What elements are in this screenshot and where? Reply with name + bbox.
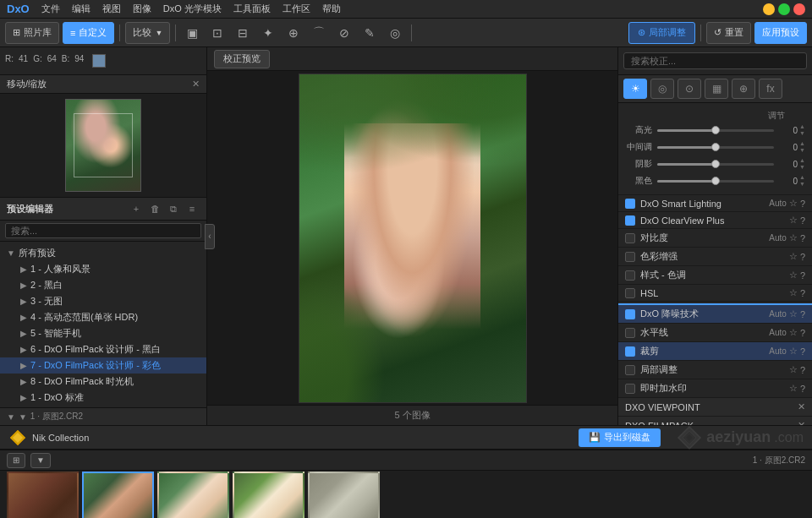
tab-detail[interactable]: ⊙ bbox=[678, 79, 701, 99]
export-button[interactable]: 💾 导出到磁盘 bbox=[579, 428, 661, 447]
denoise-star[interactable]: ☆ bbox=[789, 308, 798, 319]
filmstrip-sort-button[interactable]: ⊞ bbox=[7, 453, 25, 468]
crop-star[interactable]: ☆ bbox=[789, 346, 798, 357]
tab-watermark[interactable]: ⊕ bbox=[732, 79, 755, 99]
status-dropdown-icon[interactable]: ▼ bbox=[7, 412, 15, 422]
tab-fx[interactable]: fx bbox=[759, 79, 782, 99]
correction-preview-button[interactable]: 校正预览 bbox=[214, 50, 270, 68]
menu-optics[interactable]: DxO 光学模块 bbox=[158, 2, 227, 16]
presets-copy-button[interactable]: ⧉ bbox=[166, 201, 181, 216]
group-2[interactable]: ▶ 2 - 黑白 bbox=[0, 277, 206, 293]
horizon-star[interactable]: ☆ bbox=[789, 327, 798, 338]
apply-preset-button[interactable]: 应用预设 bbox=[754, 22, 807, 44]
frame-icon-button[interactable]: ▣ bbox=[181, 22, 203, 44]
group-4[interactable]: ▶ 4 - 高动态范围(单张 HDR) bbox=[0, 309, 206, 325]
menu-workspace[interactable]: 工作区 bbox=[277, 2, 315, 16]
close-button[interactable] bbox=[793, 3, 805, 15]
color-boost-star[interactable]: ☆ bbox=[789, 251, 798, 262]
group-7[interactable]: ▶ 7 - DxO FilmPack 设计师 - 彩色 bbox=[0, 357, 206, 374]
hsl-checkbox[interactable] bbox=[625, 288, 635, 298]
horizon-checkbox[interactable] bbox=[625, 328, 635, 338]
denoise-row[interactable]: DxO 降噪技术 Auto ☆ ? bbox=[618, 305, 812, 324]
perspective-icon-button[interactable]: ⊟ bbox=[232, 22, 254, 44]
hsl-star[interactable]: ☆ bbox=[789, 287, 798, 298]
crop-help[interactable]: ? bbox=[800, 346, 805, 357]
smart-lighting-row[interactable]: DxO Smart Lighting Auto ☆ ? bbox=[618, 195, 812, 212]
viewpoint-close-button[interactable]: ✕ bbox=[798, 401, 805, 412]
filmstrip-filter-button[interactable]: ▼ bbox=[30, 453, 51, 468]
all-presets-group[interactable]: ▼ 所有预设 bbox=[0, 245, 206, 261]
local-adjust-button[interactable]: ⊛ 局部调整 bbox=[628, 22, 695, 44]
menu-tools[interactable]: 工具面板 bbox=[228, 2, 276, 16]
shadows-thumb[interactable] bbox=[711, 160, 720, 168]
clearview-star[interactable]: ☆ bbox=[789, 215, 798, 226]
local-adjust-row[interactable]: 局部调整 ☆ ? bbox=[618, 361, 812, 379]
color-boost-checkbox[interactable] bbox=[625, 252, 635, 262]
brush-icon-button[interactable]: ✎ bbox=[359, 22, 381, 44]
horizon-help[interactable]: ? bbox=[800, 328, 805, 338]
customize-button[interactable]: ≡ 自定义 bbox=[63, 22, 114, 44]
preview-area[interactable] bbox=[207, 71, 617, 405]
preset-search-input[interactable] bbox=[5, 223, 201, 238]
watermark-checkbox[interactable] bbox=[625, 384, 635, 394]
film-item-4[interactable]: 原图4.CR2 bbox=[233, 472, 304, 518]
collapse-panel-button[interactable]: ‹ bbox=[205, 224, 215, 249]
presets-add-button[interactable]: + bbox=[129, 201, 144, 216]
film-thumbnail-2[interactable] bbox=[82, 472, 154, 518]
denoise-checkbox[interactable] bbox=[625, 309, 635, 319]
crop-checkbox[interactable] bbox=[625, 346, 635, 357]
menu-file[interactable]: 文件 bbox=[36, 2, 65, 16]
contrast-checkbox[interactable] bbox=[625, 233, 635, 243]
film-thumbnail-4[interactable] bbox=[233, 472, 304, 518]
smart-lighting-help[interactable]: ? bbox=[800, 199, 805, 209]
film-thumbnail-5[interactable] bbox=[308, 472, 380, 518]
presets-more-button[interactable]: ≡ bbox=[184, 201, 200, 216]
blacks-track[interactable] bbox=[657, 180, 774, 183]
style-tone-row[interactable]: 样式 - 色调 ☆ ? bbox=[618, 266, 812, 285]
photo-library-button[interactable]: ⊞ 照片库 bbox=[5, 22, 59, 44]
tab-light[interactable]: ☀ bbox=[623, 79, 647, 99]
local-adjust-row-help[interactable]: ? bbox=[800, 365, 805, 375]
highlights-thumb[interactable] bbox=[711, 126, 720, 134]
horizon-row[interactable]: 水平线 Auto ☆ ? bbox=[618, 324, 812, 342]
film-thumbnail-3[interactable] bbox=[157, 472, 229, 518]
color-boost-row[interactable]: 色彩增强 ☆ ? bbox=[618, 248, 812, 266]
film-thumbnail-1[interactable] bbox=[7, 472, 79, 518]
film-item-3[interactable]: 原图3.CR2 bbox=[157, 472, 229, 518]
redeye-icon-button[interactable]: ✦ bbox=[257, 22, 279, 44]
reset-button[interactable]: ↺ 重置 bbox=[706, 22, 751, 44]
group-6[interactable]: ▶ 6 - DxO FilmPack 设计师 - 黑白 bbox=[0, 341, 206, 357]
local-adjust-checkbox[interactable] bbox=[625, 365, 635, 375]
contrast-help[interactable]: ? bbox=[800, 233, 805, 243]
clearview-checkbox[interactable] bbox=[625, 215, 635, 226]
film-item-5[interactable]: 原图5.CR2 bbox=[308, 472, 380, 518]
style-tone-checkbox[interactable] bbox=[625, 270, 635, 281]
color-boost-help[interactable]: ? bbox=[800, 252, 805, 262]
menu-edit[interactable]: 编辑 bbox=[67, 2, 96, 16]
minimize-button[interactable] bbox=[763, 3, 775, 15]
midtones-thumb[interactable] bbox=[711, 143, 720, 151]
menu-image[interactable]: 图像 bbox=[128, 2, 156, 16]
presets-delete-button[interactable]: 🗑 bbox=[147, 201, 162, 216]
clearview-row[interactable]: DxO ClearView Plus ☆ ? bbox=[618, 212, 812, 229]
watermark-row[interactable]: 即时加水印 ☆ ? bbox=[618, 379, 812, 398]
corrections-search-input[interactable] bbox=[623, 52, 807, 69]
watermark-help[interactable]: ? bbox=[800, 384, 805, 394]
smart-lighting-checkbox[interactable] bbox=[625, 199, 635, 209]
midtones-track[interactable] bbox=[657, 146, 774, 149]
hsl-row[interactable]: HSL ☆ ? bbox=[618, 285, 812, 302]
group-5[interactable]: ▶ 5 - 智能手机 bbox=[0, 325, 206, 341]
menu-view[interactable]: 视图 bbox=[97, 2, 126, 16]
menu-help[interactable]: 帮助 bbox=[317, 2, 346, 16]
compare-button[interactable]: 比较 ▼ bbox=[125, 22, 170, 44]
group-8[interactable]: ▶ 8 - DxO FilmPack 时光机 bbox=[0, 374, 206, 390]
contrast-star[interactable]: ☆ bbox=[789, 232, 798, 243]
film-item-2[interactable]: 原图2.CR2 bbox=[82, 472, 154, 518]
film-item-1[interactable]: 原图1.dng bbox=[7, 472, 79, 518]
status-filter-icon[interactable]: ▼ bbox=[19, 412, 27, 422]
group-3[interactable]: ▶ 3 - 无图 bbox=[0, 293, 206, 309]
crop-icon-button[interactable]: ⊡ bbox=[206, 22, 228, 44]
local-adjust-row-star[interactable]: ☆ bbox=[789, 364, 798, 375]
repair-icon-button[interactable]: ⊕ bbox=[283, 22, 304, 44]
horizon-icon-button[interactable]: ⌒ bbox=[308, 22, 330, 44]
